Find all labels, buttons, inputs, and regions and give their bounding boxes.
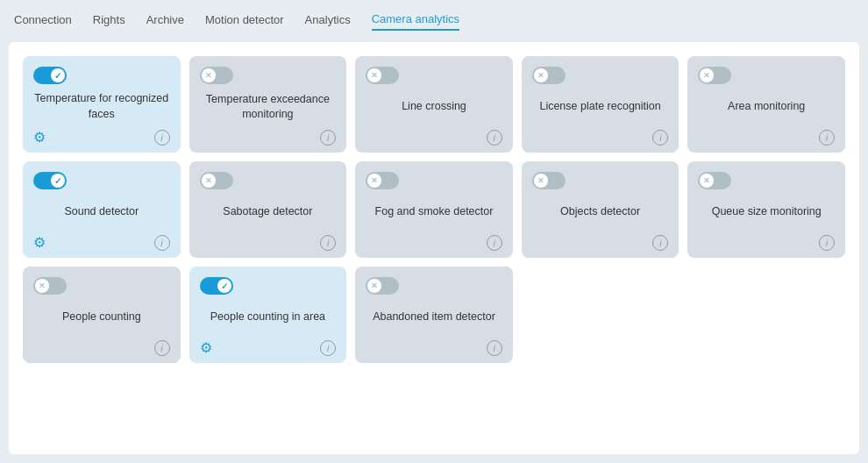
- card-sabotage-detector: ✕ Sabotage detector i: [189, 161, 347, 258]
- x-icon: ✕: [205, 176, 212, 185]
- x-icon: ✕: [371, 176, 378, 185]
- toggle-area-monitoring[interactable]: ✕: [698, 67, 731, 84]
- card-label: Temperature for recognized faces: [33, 89, 170, 124]
- toggle-people-counting-area[interactable]: ✓: [200, 277, 233, 295]
- card-footer: i: [366, 340, 502, 356]
- card-temperature-recognized-faces: ✓ Temperature for recognized faces ⚙ i: [23, 56, 181, 153]
- card-abandoned-item: ✕ Abandoned item detector i: [355, 267, 513, 363]
- settings-icon[interactable]: ⚙: [33, 129, 46, 146]
- cards-grid: ✓ Temperature for recognized faces ⚙ i ✕: [23, 56, 845, 363]
- card-label: Temperature exceedance monitoring: [200, 89, 337, 125]
- card-label: Sound detector: [33, 195, 170, 229]
- card-label: Objects detector: [532, 195, 669, 230]
- check-icon: ✓: [221, 281, 228, 291]
- nav-item-connection[interactable]: Connection: [14, 13, 72, 30]
- card-footer: i: [33, 340, 170, 356]
- toggle-temperature-exceedance[interactable]: ✕: [200, 67, 233, 84]
- x-icon: ✕: [205, 71, 212, 80]
- info-icon[interactable]: i: [652, 235, 668, 251]
- toggle-people-counting[interactable]: ✕: [33, 277, 67, 295]
- card-label: People counting: [33, 300, 170, 335]
- toggle-line-crossing[interactable]: ✕: [366, 67, 399, 84]
- nav-item-rights[interactable]: Rights: [93, 13, 125, 30]
- card-footer: i: [200, 235, 337, 251]
- toggle-objects-detector[interactable]: ✕: [532, 172, 566, 189]
- card-label: Area monitoring: [698, 89, 835, 125]
- info-icon[interactable]: i: [320, 235, 336, 251]
- card-footer: ⚙ i: [33, 234, 170, 251]
- card-line-crossing: ✕ Line crossing i: [355, 56, 513, 153]
- x-icon: ✕: [537, 71, 544, 80]
- check-icon: ✓: [54, 176, 61, 186]
- card-label: People counting in area: [200, 300, 337, 334]
- toggle-license-plate[interactable]: ✕: [532, 67, 566, 84]
- toggle-temperature-recognized-faces[interactable]: ✓: [33, 67, 67, 84]
- info-icon[interactable]: i: [652, 130, 668, 146]
- toggle-abandoned-item[interactable]: ✕: [366, 277, 399, 295]
- card-footer: i: [200, 130, 337, 146]
- card-footer: ⚙ i: [33, 129, 170, 146]
- card-footer: i: [366, 235, 502, 251]
- x-icon: ✕: [703, 71, 710, 80]
- card-temperature-exceedance: ✕ Temperature exceedance monitoring i: [189, 56, 347, 153]
- settings-icon[interactable]: ⚙: [33, 234, 46, 251]
- info-icon[interactable]: i: [487, 235, 502, 251]
- info-icon[interactable]: i: [819, 235, 835, 251]
- info-icon[interactable]: i: [154, 340, 170, 356]
- x-icon: ✕: [371, 281, 378, 290]
- card-label: Sabotage detector: [200, 195, 337, 230]
- card-footer: i: [532, 235, 669, 251]
- top-navigation: ConnectionRightsArchiveMotion detectorAn…: [0, 0, 868, 42]
- settings-icon[interactable]: ⚙: [200, 339, 212, 356]
- toggle-sabotage-detector[interactable]: ✕: [200, 172, 233, 189]
- info-icon[interactable]: i: [487, 340, 502, 356]
- x-icon: ✕: [537, 176, 544, 185]
- card-label: Line crossing: [366, 89, 502, 125]
- card-queue-size-monitoring: ✕ Queue size monitoring i: [687, 161, 845, 258]
- card-sound-detector: ✓ Sound detector ⚙ i: [23, 161, 181, 258]
- info-icon[interactable]: i: [154, 130, 170, 146]
- card-footer: ⚙ i: [200, 339, 337, 356]
- main-content: ✓ Temperature for recognized faces ⚙ i ✕: [9, 42, 859, 454]
- x-icon: ✕: [703, 176, 710, 185]
- check-icon: ✓: [54, 71, 61, 81]
- toggle-queue-size-monitoring[interactable]: ✕: [698, 172, 731, 189]
- info-icon[interactable]: i: [320, 340, 336, 356]
- card-fog-smoke-detector: ✕ Fog and smoke detector i: [355, 161, 513, 258]
- card-people-counting-area: ✓ People counting in area ⚙ i: [189, 267, 347, 363]
- card-people-counting: ✕ People counting i: [23, 267, 181, 363]
- card-area-monitoring: ✕ Area monitoring i: [687, 56, 845, 153]
- card-label: Abandoned item detector: [366, 300, 502, 335]
- card-footer: i: [698, 130, 835, 146]
- info-icon[interactable]: i: [154, 235, 170, 251]
- card-label: Fog and smoke detector: [366, 195, 502, 230]
- card-footer: i: [698, 235, 835, 251]
- nav-item-archive[interactable]: Archive: [146, 13, 184, 30]
- nav-item-camera-analytics[interactable]: Camera analytics: [372, 12, 459, 31]
- card-label: Queue size monitoring: [698, 195, 835, 230]
- toggle-fog-smoke-detector[interactable]: ✕: [366, 172, 399, 189]
- card-label: License plate recognition: [532, 89, 669, 125]
- info-icon[interactable]: i: [320, 130, 336, 146]
- toggle-sound-detector[interactable]: ✓: [33, 172, 67, 189]
- info-icon[interactable]: i: [819, 130, 835, 146]
- card-objects-detector: ✕ Objects detector i: [522, 161, 679, 258]
- x-icon: ✕: [39, 281, 46, 290]
- card-footer: i: [366, 130, 502, 146]
- nav-item-analytics[interactable]: Analytics: [305, 13, 351, 30]
- card-footer: i: [532, 130, 669, 146]
- card-license-plate: ✕ License plate recognition i: [522, 56, 679, 153]
- nav-item-motion-detector[interactable]: Motion detector: [205, 13, 284, 30]
- x-icon: ✕: [371, 71, 378, 80]
- info-icon[interactable]: i: [487, 130, 502, 146]
